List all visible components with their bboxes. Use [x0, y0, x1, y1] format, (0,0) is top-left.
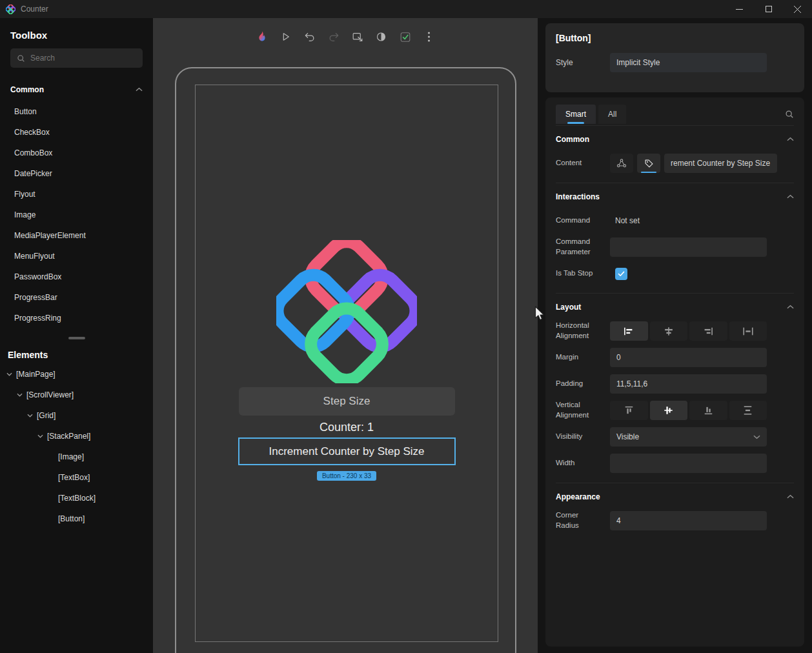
play-icon[interactable] — [278, 28, 294, 45]
content-input[interactable] — [664, 154, 777, 173]
more-options-kebab-icon[interactable] — [421, 28, 437, 45]
tag-icon — [644, 159, 654, 168]
align-bottom-button[interactable] — [689, 401, 727, 420]
theme-toggle-icon[interactable] — [374, 28, 389, 45]
align-stretch-h-button[interactable] — [729, 321, 767, 341]
vertical-alignment-label: Vertical Alignment — [556, 400, 610, 420]
section-interactions: Interactions Command Not set Command Par… — [556, 183, 794, 294]
align-left-button[interactable] — [610, 321, 648, 341]
page-design-surface: Step Size Counter: 1 Increment Counter b… — [195, 85, 498, 642]
width-input[interactable] — [610, 454, 767, 473]
tree-item-stackpanel[interactable]: [StackPanel] — [0, 426, 153, 447]
section-title: Appearance — [556, 492, 600, 501]
section-title: Layout — [556, 303, 581, 312]
visibility-value: Visible — [616, 432, 639, 441]
tree-item-button[interactable]: [Button] — [0, 508, 153, 529]
toolbox-item-progressring[interactable]: ProgressRing — [0, 308, 153, 328]
style-input[interactable] — [610, 53, 767, 72]
maximize-button[interactable] — [754, 0, 783, 18]
tree-item-label: [TextBox] — [58, 473, 90, 482]
tree-item-image[interactable]: [Image] — [0, 447, 153, 467]
toolbox-item-passwordbox[interactable]: PasswordBox — [0, 266, 153, 287]
chevron-down-icon[interactable] — [17, 393, 23, 397]
chevron-down-icon[interactable] — [37, 434, 43, 438]
align-stretch-v-icon — [743, 405, 753, 416]
align-left-icon — [623, 326, 634, 336]
app-logo-image[interactable] — [276, 240, 417, 383]
toolbox-item-button[interactable]: Button — [0, 101, 153, 122]
tree-item-textbox[interactable]: [TextBox] — [0, 467, 153, 488]
align-top-button[interactable] — [610, 401, 648, 420]
tree-item-scrollviewer[interactable]: [ScrollViewer] — [0, 385, 153, 405]
horizontal-alignment-group — [610, 321, 767, 341]
toolbox-item-flyout[interactable]: Flyout — [0, 184, 153, 205]
content-literal-toggle[interactable] — [637, 154, 660, 173]
corner-radius-input[interactable] — [610, 511, 767, 530]
section-appearance: Appearance Corner Radius — [556, 483, 794, 540]
is-tab-stop-checkbox[interactable] — [615, 268, 627, 280]
toolbox-search[interactable] — [10, 48, 143, 68]
binding-icon — [616, 159, 627, 168]
app-logo-icon — [6, 5, 15, 14]
minimize-button[interactable] — [725, 0, 754, 18]
inspect-element-icon[interactable] — [350, 28, 365, 45]
tree-item-mainpage[interactable]: [MainPage] — [0, 364, 153, 385]
toolbox-item-mediaplayerelement[interactable]: MediaPlayerElement — [0, 225, 153, 246]
align-center-h-button[interactable] — [650, 321, 688, 341]
tree-item-grid[interactable]: [Grid] — [0, 405, 153, 426]
tree-item-label: [Grid] — [37, 411, 56, 420]
search-input[interactable] — [30, 54, 136, 63]
hot-reload-flame-icon[interactable] — [254, 28, 270, 45]
properties-search-icon[interactable] — [785, 110, 794, 119]
validation-check-icon[interactable] — [398, 28, 413, 45]
padding-input[interactable] — [610, 374, 767, 394]
section-appearance-header[interactable]: Appearance — [556, 483, 794, 505]
toolbox-item-progressbar[interactable]: ProgressBar — [0, 287, 153, 308]
section-interactions-header[interactable]: Interactions — [556, 183, 794, 205]
section-common-header[interactable]: Common — [556, 126, 794, 148]
increment-button[interactable]: Increment Counter by Step Size — [239, 439, 454, 464]
tab-all[interactable]: All — [598, 105, 626, 124]
chevron-down-icon[interactable] — [27, 414, 33, 417]
command-parameter-input[interactable] — [610, 237, 767, 257]
is-tab-stop-label: Is Tab Stop — [556, 268, 610, 279]
align-center-v-button[interactable] — [650, 401, 688, 420]
redo-icon[interactable] — [326, 28, 341, 45]
chevron-down-icon — [753, 434, 760, 439]
content-label: Content — [556, 158, 610, 168]
chevron-up-icon — [787, 305, 794, 310]
align-stretch-v-button[interactable] — [729, 401, 767, 420]
align-center-h-icon — [663, 326, 675, 336]
panel-splitter[interactable] — [0, 335, 153, 341]
command-value[interactable]: Not set — [610, 216, 640, 225]
toolbox-item-image[interactable]: Image — [0, 205, 153, 225]
toolbox-item-menuflyout[interactable]: MenuFlyout — [0, 246, 153, 266]
section-layout-header[interactable]: Layout — [556, 294, 794, 316]
step-size-textbox[interactable]: Step Size — [239, 387, 455, 416]
toolbox-item-datepicker[interactable]: DatePicker — [0, 163, 153, 184]
align-right-icon — [702, 326, 714, 336]
command-label: Command — [556, 216, 610, 226]
section-title: Interactions — [556, 192, 600, 201]
align-top-icon — [624, 405, 634, 416]
vertical-alignment-group — [610, 401, 767, 420]
content-binding-toggle[interactable] — [610, 154, 633, 173]
selected-element-name: [Button] — [556, 33, 794, 43]
tree-item-label: [Button] — [58, 514, 85, 523]
counter-textblock[interactable]: Counter: 1 — [320, 421, 374, 434]
step-size-placeholder: Step Size — [323, 395, 370, 408]
toolbox-item-checkbox[interactable]: CheckBox — [0, 122, 153, 143]
tree-item-textblock[interactable]: [TextBlock] — [0, 488, 153, 508]
toolbox-section-common[interactable]: Common — [0, 82, 153, 97]
align-stretch-h-icon — [742, 326, 754, 336]
inspector-properties-card: Smart All Common Content — [545, 97, 804, 647]
undo-icon[interactable] — [302, 28, 318, 45]
tree-item-label: [Image] — [58, 452, 84, 461]
toolbox-item-combobox[interactable]: ComboBox — [0, 143, 153, 163]
margin-input[interactable] — [610, 348, 767, 367]
chevron-down-icon[interactable] — [6, 372, 12, 376]
close-button[interactable] — [783, 0, 812, 18]
visibility-select[interactable]: Visible — [610, 427, 767, 447]
align-right-button[interactable] — [689, 321, 727, 341]
tab-smart[interactable]: Smart — [556, 105, 596, 124]
